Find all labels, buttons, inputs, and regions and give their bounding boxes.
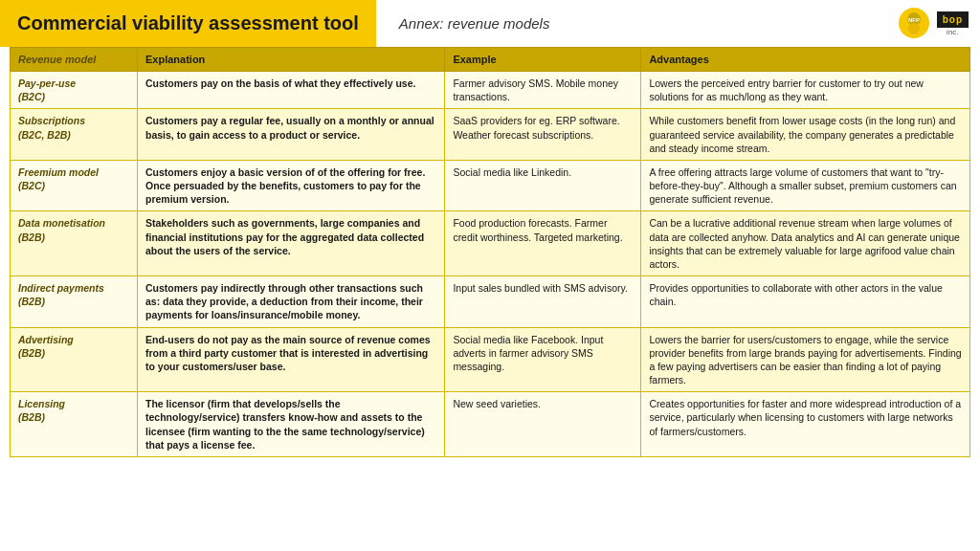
cell-model: Licensing (B2B) [11,392,138,457]
table-row: Freemium model (B2C)Customers enjoy a ba… [11,160,970,211]
cell-advantages: Provides opportunities to collaborate wi… [641,276,970,328]
cell-explanation: End-users do not pay as the main source … [137,327,444,392]
table-header-row: Revenue model Explanation Example Advant… [11,48,970,72]
logos-area: NFP bop inc. [899,8,980,40]
bop-logo-sub: inc. [947,28,958,36]
table-row: Licensing (B2B)The licensor (firm that d… [11,392,970,457]
table-row: Data monetisation (B2B)Stakeholders such… [11,211,970,276]
cell-advantages: A free offering attracts large volume of… [641,160,970,211]
app-title: Commercial viability assessment tool [17,12,359,34]
cell-advantages: While customers benefit from lower usage… [641,109,970,161]
cell-model: Data monetisation (B2B) [11,211,138,276]
app-header: Commercial viability assessment tool Ann… [0,0,980,47]
cell-example: Food production forecasts. Farmer credit… [445,211,641,276]
cell-model: Pay-per-use (B2C) [11,72,138,109]
cell-model: Freemium model (B2C) [11,160,138,211]
table-row: Advertising (B2B)End-users do not pay as… [11,327,970,392]
cell-advantages: Creates opportunities for faster and mor… [641,392,970,457]
col-header-advantages: Advantages [641,48,970,72]
cell-explanation: Stakeholders such as governments, large … [137,211,444,276]
cell-example: Social media like Linkedin. [445,160,641,211]
cell-explanation: Customers pay on the basis of what they … [137,72,444,109]
cell-example: SaaS providers for eg. ERP software. Wea… [445,109,641,161]
svg-text:NFP: NFP [908,17,920,23]
table-row: Indirect payments (B2B)Customers pay ind… [11,276,970,328]
table-row: Pay-per-use (B2C)Customers pay on the ba… [11,72,970,109]
title-box: Commercial viability assessment tool [0,0,376,47]
cell-model: Subscriptions (B2C, B2B) [11,109,138,161]
cell-explanation: Customers pay indirectly through other t… [137,276,444,328]
table-container: Revenue model Explanation Example Advant… [0,47,980,463]
cell-advantages: Lowers the barrier for users/customers t… [641,327,970,392]
cell-explanation: Customers enjoy a basic version of of th… [137,160,444,211]
cell-advantages: Can be a lucrative additional revenue st… [641,211,970,276]
bop-logo: bop inc. [937,11,969,36]
col-header-explanation: Explanation [137,48,444,72]
table-row: Subscriptions (B2C, B2B)Customers pay a … [11,109,970,161]
cell-example: New seed varieties. [445,392,641,457]
cell-model: Advertising (B2B) [11,327,138,392]
svg-point-1 [908,23,920,34]
cell-explanation: The licensor (firm that develops/sells t… [137,392,444,457]
cell-advantages: Lowers the perceived entry barrier for c… [641,72,970,109]
nfp-logo: NFP [899,8,929,40]
cell-example: Farmer advisory SMS. Mobile money transa… [445,72,641,109]
cell-example: Social media like Facebook. Input advert… [445,327,641,392]
nfp-logo-circle: NFP [899,8,929,38]
revenue-model-table: Revenue model Explanation Example Advant… [10,47,970,457]
col-header-model: Revenue model [11,48,138,72]
cell-model: Indirect payments (B2B) [11,276,138,328]
cell-example: Input sales bundled with SMS advisory. [445,276,641,328]
cell-explanation: Customers pay a regular fee, usually on … [137,109,444,161]
subtitle: Annex: revenue models [376,15,899,32]
bop-logo-text: bop [937,11,969,28]
col-header-example: Example [445,48,641,72]
